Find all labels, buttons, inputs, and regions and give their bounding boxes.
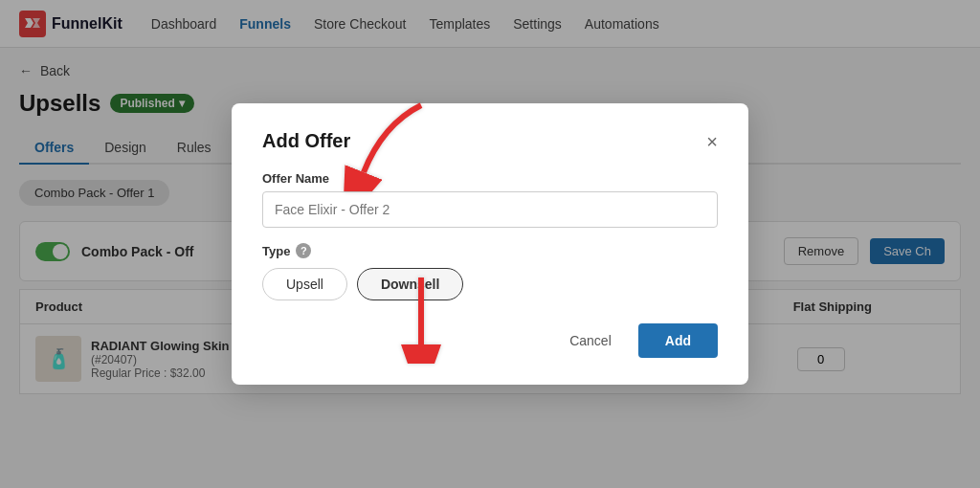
type-label-row: Type ? (262, 243, 718, 258)
cancel-button[interactable]: Cancel (554, 325, 627, 356)
arrow-to-downsell (373, 268, 469, 364)
arrow-to-input (325, 96, 440, 191)
modal-footer: Cancel Add (262, 323, 718, 358)
modal-close-button[interactable]: × (706, 132, 718, 151)
offer-name-input[interactable] (262, 191, 718, 228)
help-icon[interactable]: ? (296, 243, 311, 258)
modal-overlay: Add Offer × Offer Name Type ? Upsell Dow… (0, 0, 980, 488)
type-label-text: Type (262, 244, 290, 258)
add-offer-modal: Add Offer × Offer Name Type ? Upsell Dow… (232, 103, 748, 385)
type-buttons: Upsell Downsell (262, 268, 718, 300)
upsell-button[interactable]: Upsell (262, 268, 347, 300)
add-button[interactable]: Add (638, 323, 718, 358)
